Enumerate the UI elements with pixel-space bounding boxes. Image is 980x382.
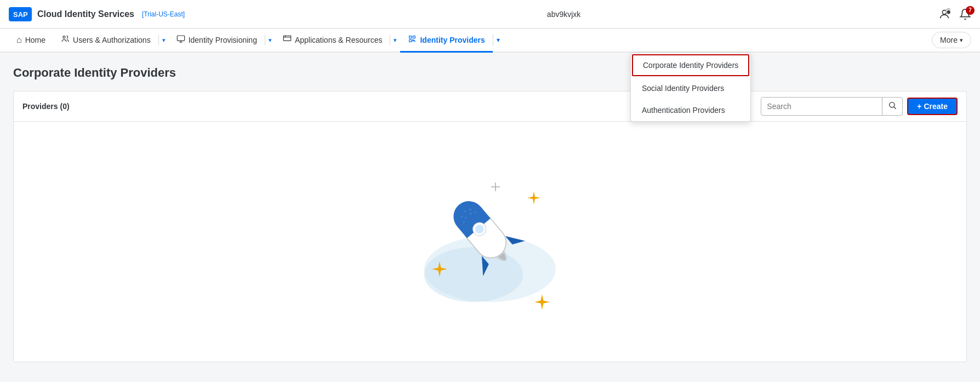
apps-icon xyxy=(283,35,292,45)
idp-icon xyxy=(408,35,417,45)
svg-text:SAP: SAP xyxy=(13,10,28,19)
nav-idp-label: Identity Providers xyxy=(420,36,485,44)
apps-dropdown-btn[interactable] xyxy=(390,28,400,52)
svg-point-5 xyxy=(63,36,65,38)
provisioning-chevron-icon xyxy=(269,36,272,44)
svg-rect-9 xyxy=(283,36,290,41)
more-button[interactable]: More ▾ xyxy=(932,32,971,48)
notification-button[interactable]: 7 xyxy=(959,8,971,20)
tenant-id: abv9kvjxk xyxy=(196,10,932,19)
idp-chevron-icon: ▾ xyxy=(497,36,500,44)
svg-line-13 xyxy=(894,107,896,109)
search-box xyxy=(761,97,903,116)
apps-chevron-icon xyxy=(394,36,397,44)
users-icon xyxy=(61,35,70,45)
provisioning-dropdown-btn[interactable] xyxy=(265,28,275,52)
providers-toolbar: Providers (0) + Create xyxy=(13,91,967,121)
page-content: Corporate Identity Providers Providers (… xyxy=(0,53,980,362)
nav-apps-label: Applications & Resources xyxy=(295,36,383,44)
dropdown-social-idp[interactable]: Social Identity Providers xyxy=(631,77,750,99)
nav-provisioning-label: Identity Provisioning xyxy=(189,36,257,44)
idp-dropdown-menu: Corporate Identity Providers Social Iden… xyxy=(630,53,751,122)
create-button[interactable]: + Create xyxy=(907,98,958,115)
providers-count: Providers (0) xyxy=(22,102,70,111)
dropdown-auth-providers[interactable]: Authentication Providers xyxy=(631,99,750,121)
svg-rect-6 xyxy=(177,36,184,41)
app-header: SAP Cloud Identity Services [Trial-US-Ea… xyxy=(0,0,980,28)
user-icon-button[interactable]: ⚙ xyxy=(938,8,950,20)
toolbar-actions: + Create xyxy=(761,97,958,116)
env-label: [Trial-US-East] xyxy=(142,10,185,18)
header-icons: ⚙ 7 xyxy=(938,8,971,20)
sap-logo: SAP xyxy=(9,7,32,21)
dropdown-container: Corporate Identity Providers Social Iden… xyxy=(630,53,751,122)
rocket-svg xyxy=(402,159,578,324)
users-chevron-icon xyxy=(162,36,166,44)
dropdown-corporate-idp[interactable]: Corporate Identity Providers xyxy=(632,54,749,76)
empty-state-illustration xyxy=(14,138,966,346)
idp-dropdown-btn[interactable]: ▾ xyxy=(493,28,503,52)
more-chevron-icon: ▾ xyxy=(960,37,963,44)
users-dropdown-btn[interactable] xyxy=(159,28,169,52)
nav-users[interactable]: Users & Authorizations xyxy=(53,28,158,53)
main-content-area xyxy=(13,121,967,362)
brand-area: SAP Cloud Identity Services [Trial-US-Ea… xyxy=(9,7,185,21)
create-label: + Create xyxy=(917,102,948,111)
svg-text:⚙: ⚙ xyxy=(947,10,950,14)
search-input[interactable] xyxy=(761,99,882,114)
nav-provisioning[interactable]: Identity Provisioning xyxy=(169,28,265,53)
notification-badge: 7 xyxy=(966,6,975,15)
nav-home[interactable]: ⌂ Home xyxy=(9,28,53,53)
nav-home-label: Home xyxy=(25,36,45,44)
page-title: Corporate Identity Providers xyxy=(13,66,967,80)
nav-identity-providers[interactable]: Identity Providers xyxy=(400,28,492,53)
svg-point-12 xyxy=(890,102,894,107)
nav-bar: ⌂ Home Users & Authorizations Identity P… xyxy=(0,28,980,53)
brand-name: Cloud Identity Services xyxy=(37,9,134,19)
search-button[interactable] xyxy=(882,98,902,115)
home-icon: ⌂ xyxy=(16,35,22,45)
nav-users-label: Users & Authorizations xyxy=(73,36,151,44)
search-icon xyxy=(888,101,897,110)
provisioning-icon xyxy=(176,35,185,45)
more-label: More xyxy=(940,36,958,44)
nav-apps[interactable]: Applications & Resources xyxy=(275,28,390,53)
svg-point-15 xyxy=(424,247,523,302)
